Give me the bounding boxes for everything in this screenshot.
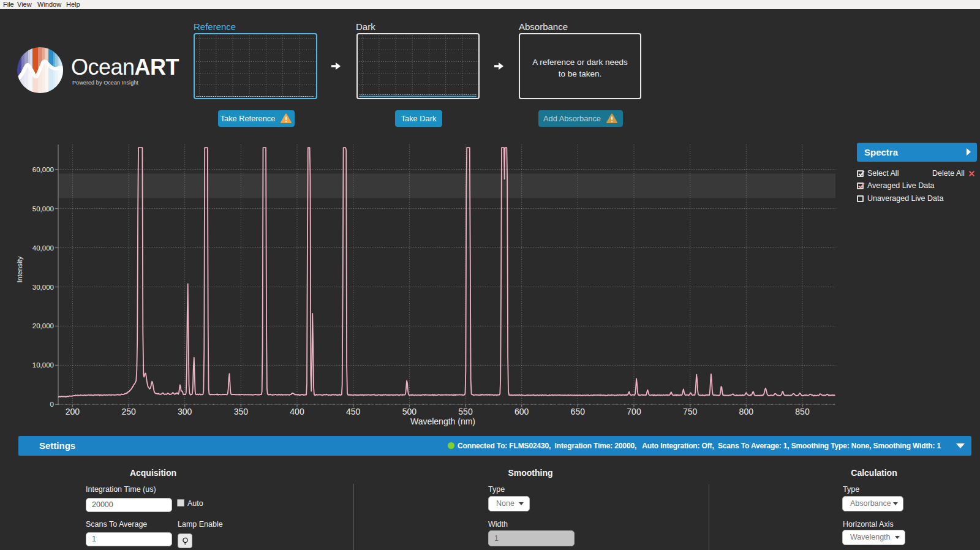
svg-text:60,000: 60,000 <box>32 166 54 173</box>
svg-text:20,000: 20,000 <box>32 322 54 330</box>
svg-text:550: 550 <box>458 407 473 416</box>
svg-text:850: 850 <box>795 407 810 416</box>
svg-text:450: 450 <box>346 407 361 416</box>
svg-text:350: 350 <box>234 407 249 416</box>
svg-text:10,000: 10,000 <box>32 361 54 369</box>
svg-text:700: 700 <box>627 407 641 416</box>
svg-text:30,000: 30,000 <box>32 284 54 291</box>
svg-text:600: 600 <box>514 407 529 416</box>
svg-text:300: 300 <box>178 407 192 416</box>
svg-text:200: 200 <box>66 407 80 416</box>
svg-text:Intensity: Intensity <box>16 256 23 282</box>
svg-text:Wavelength (nm): Wavelength (nm) <box>410 416 475 426</box>
svg-text:800: 800 <box>739 407 754 416</box>
svg-text:50,000: 50,000 <box>32 205 54 213</box>
svg-text:250: 250 <box>121 407 136 416</box>
svg-text:650: 650 <box>571 407 586 416</box>
svg-text:500: 500 <box>402 407 417 416</box>
svg-text:0: 0 <box>50 401 54 408</box>
svg-text:40,000: 40,000 <box>32 244 54 252</box>
svg-text:750: 750 <box>683 407 698 416</box>
svg-text:400: 400 <box>290 407 304 416</box>
